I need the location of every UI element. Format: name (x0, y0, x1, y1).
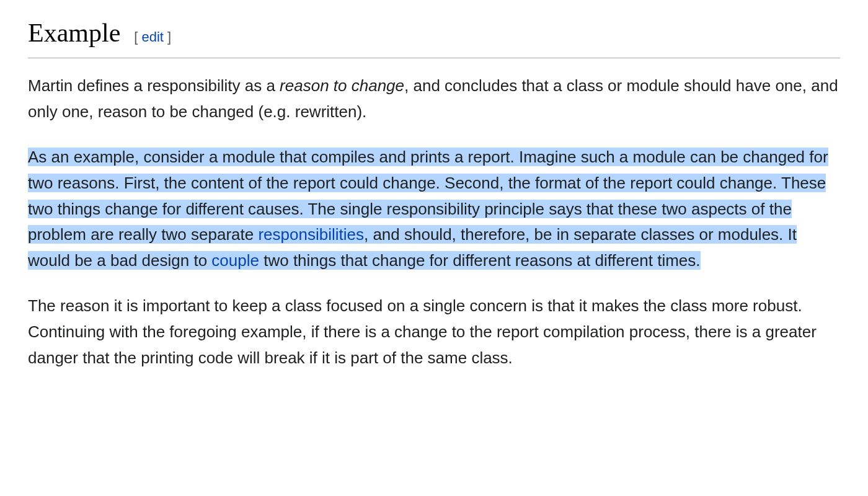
link-couple[interactable]: couple (211, 251, 259, 270)
link-responsibilities[interactable]: responsibilities (258, 225, 364, 244)
bracket-open: [ (134, 29, 141, 45)
edit-link[interactable]: edit (142, 29, 164, 45)
edit-section-wrapper: [ edit ] (134, 26, 171, 48)
section-title: Example (28, 12, 120, 54)
text-run: The reason it is important to keep a cla… (28, 296, 817, 366)
paragraph-intro: Martin defines a responsibility as a rea… (28, 73, 840, 125)
paragraph-example: As an example, consider a module that co… (28, 144, 840, 273)
selected-text: As an example, consider a module that co… (28, 148, 828, 269)
text-run: two things that change for different rea… (259, 251, 701, 270)
paragraph-reason: The reason it is important to keep a cla… (28, 293, 840, 371)
bracket-close: ] (164, 29, 171, 45)
italic-phrase: reason to change (280, 76, 404, 95)
text-run: Martin defines a responsibility as a (28, 76, 280, 95)
section-heading: Example [ edit ] (28, 12, 840, 58)
